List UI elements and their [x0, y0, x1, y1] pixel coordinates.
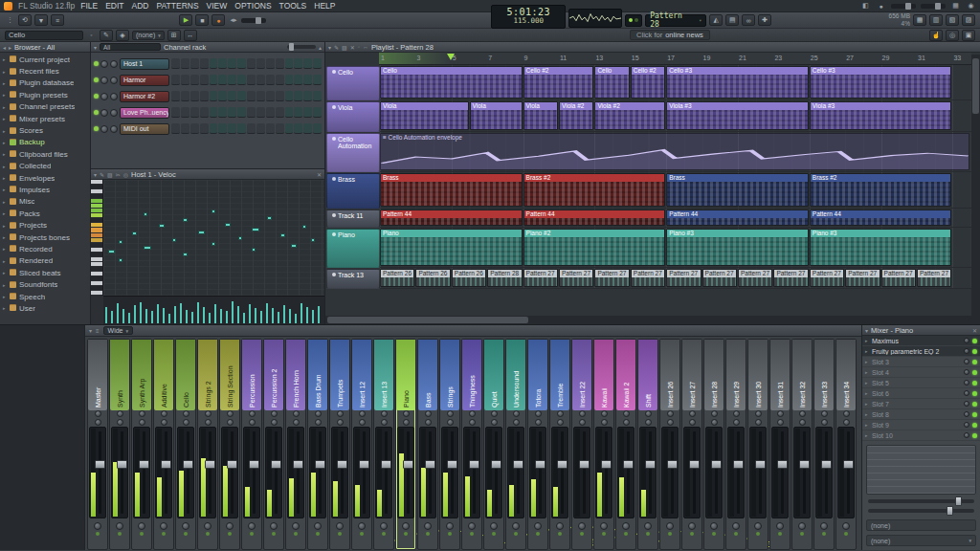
- pattern-clip[interactable]: Piano #3: [666, 229, 809, 266]
- slot-enable-led[interactable]: [972, 391, 977, 396]
- mixer-fader-well[interactable]: [463, 427, 480, 518]
- velocity-bar[interactable]: [145, 309, 147, 323]
- step-cell[interactable]: [171, 123, 180, 134]
- step-cell[interactable]: [256, 91, 265, 101]
- mixer-fader-well[interactable]: [177, 427, 194, 518]
- fx-send-slider-1[interactable]: [868, 499, 974, 503]
- mixer-strip[interactable]: Bass Drum: [307, 339, 328, 550]
- step-cell[interactable]: [285, 123, 294, 134]
- mixer-strip[interactable]: Insert 13: [373, 339, 394, 550]
- fx-enable-led[interactable]: [800, 532, 804, 536]
- menu-file[interactable]: FILE: [80, 1, 98, 11]
- pattern-clip[interactable]: Viola #3: [810, 101, 952, 130]
- step-cell[interactable]: [266, 123, 275, 134]
- step-cell[interactable]: [190, 91, 199, 101]
- fader-track[interactable]: [297, 431, 300, 514]
- detach-icon[interactable]: ▴: [319, 44, 322, 51]
- browser-item[interactable]: ▸Backup: [0, 137, 90, 148]
- close-icon[interactable]: ✕: [317, 171, 322, 178]
- fader-track[interactable]: [693, 431, 696, 514]
- step-cell[interactable]: [200, 107, 209, 118]
- fader-track[interactable]: [649, 431, 652, 514]
- step-cell[interactable]: [190, 58, 199, 69]
- velocity-bar[interactable]: [203, 307, 205, 323]
- fader-track[interactable]: [715, 431, 718, 514]
- velocity-bar[interactable]: [255, 308, 256, 323]
- midi-note[interactable]: [311, 238, 315, 242]
- midi-note[interactable]: [159, 224, 165, 228]
- undo-button[interactable]: ⟲: [18, 14, 32, 26]
- fx-enable-led[interactable]: [624, 532, 628, 536]
- fader-handle[interactable]: [623, 460, 634, 469]
- mixer-fader-well[interactable]: [793, 427, 811, 518]
- slot-mix-knob[interactable]: [964, 390, 969, 396]
- track-lane[interactable]: PianoPiano #2Piano #3Piano #3: [380, 228, 971, 268]
- velocity-bar[interactable]: [220, 309, 222, 323]
- menu-edit[interactable]: EDIT: [105, 1, 123, 11]
- mixer-strip[interactable]: Kawaii 2: [615, 339, 636, 550]
- pattern-clip[interactable]: Piano: [380, 229, 523, 266]
- record-button[interactable]: ●: [212, 14, 225, 26]
- track-label[interactable]: Track 13: [326, 269, 380, 289]
- stereo-knob[interactable]: [798, 522, 806, 530]
- mixer-strip[interactable]: Strings: [439, 339, 460, 550]
- mixer-fader-well[interactable]: [221, 427, 238, 518]
- fader-handle[interactable]: [711, 460, 722, 469]
- panel-menu-icon[interactable]: ▾: [94, 44, 97, 51]
- step-cell[interactable]: [313, 75, 322, 85]
- fx-enable-led[interactable]: [382, 532, 386, 536]
- step-cell[interactable]: [171, 107, 180, 118]
- velocity-bar[interactable]: [191, 312, 193, 323]
- fader-handle[interactable]: [161, 460, 171, 469]
- velocity-bar[interactable]: [237, 306, 239, 323]
- fader-track[interactable]: [561, 431, 564, 514]
- fx-enable-led[interactable]: [822, 532, 826, 536]
- fx-slot[interactable]: ▸Slot 5: [862, 378, 980, 388]
- fader-track[interactable]: [825, 431, 828, 514]
- fader-track[interactable]: [121, 431, 123, 514]
- browser-item[interactable]: ▸Mixer presets: [0, 113, 90, 124]
- menu-view[interactable]: VIEW: [207, 1, 228, 11]
- midi-note[interactable]: [252, 248, 256, 252]
- mixer-strip[interactable]: Undersound: [505, 339, 526, 550]
- midi-note[interactable]: [267, 216, 272, 220]
- mixer-strip[interactable]: Insert 33: [813, 339, 835, 550]
- stereo-knob[interactable]: [424, 522, 432, 530]
- midi-note[interactable]: [144, 246, 151, 250]
- channel-filter-select[interactable]: All: [100, 43, 161, 51]
- playhead-marker[interactable]: [447, 54, 455, 60]
- browser-item[interactable]: ▸User: [0, 302, 90, 314]
- step-cell[interactable]: [256, 75, 265, 85]
- channel-mute-led[interactable]: [94, 77, 99, 82]
- stereo-knob[interactable]: [732, 522, 740, 530]
- step-cell[interactable]: [303, 91, 312, 101]
- pattern-clip[interactable]: Pattern 27: [738, 269, 772, 287]
- pattern-clip[interactable]: Cello #2: [631, 66, 665, 99]
- draw-tool-icon[interactable]: ✎: [334, 44, 339, 51]
- midi-note[interactable]: [183, 218, 188, 222]
- step-cell[interactable]: [190, 75, 199, 85]
- step-cell[interactable]: [218, 123, 227, 134]
- pattern-clip[interactable]: Pattern 27: [523, 269, 558, 287]
- step-cell[interactable]: [285, 107, 294, 118]
- fx-enable-led[interactable]: [712, 532, 716, 536]
- pattern-clip[interactable]: Brass: [380, 173, 523, 207]
- midi-note[interactable]: [119, 258, 122, 262]
- step-cell[interactable]: [228, 75, 236, 85]
- about-icon[interactable]: ◉: [966, 1, 976, 11]
- velocity-bar[interactable]: [249, 304, 251, 323]
- slot-enable-led[interactable]: [972, 370, 977, 375]
- midi-note[interactable]: [225, 223, 231, 227]
- panel-menu-icon[interactable]: ▾: [328, 44, 331, 51]
- midi-note[interactable]: [183, 253, 188, 256]
- velocity-bar[interactable]: [197, 302, 199, 323]
- fx-enable-led[interactable]: [184, 532, 188, 536]
- pattern-clip[interactable]: Brass #2: [810, 173, 952, 207]
- midi-note[interactable]: [238, 236, 242, 240]
- mixer-strip[interactable]: String Section: [219, 339, 240, 550]
- stereo-knob[interactable]: [688, 522, 696, 530]
- velocity-bar[interactable]: [266, 303, 268, 323]
- menu-tools[interactable]: TOOLS: [279, 1, 307, 11]
- step-cell[interactable]: [200, 75, 209, 85]
- slot-mix-knob[interactable]: [964, 380, 969, 386]
